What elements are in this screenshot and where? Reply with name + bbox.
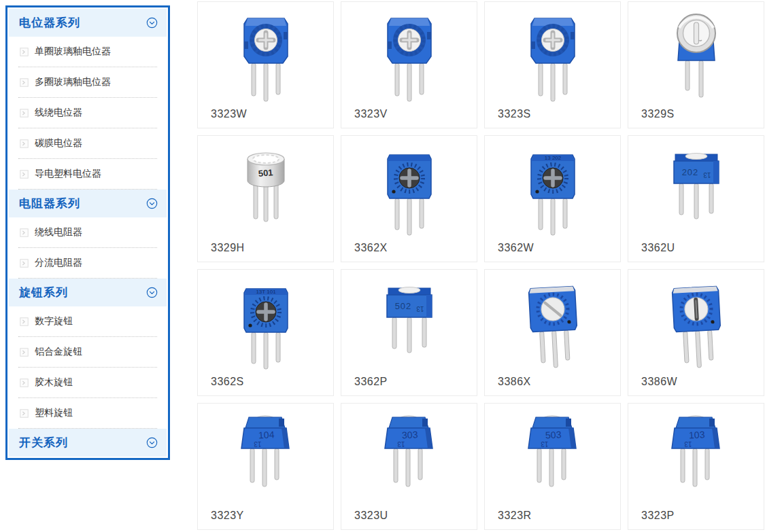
category-sidebar: 电位器系列单圈玻璃釉电位器多圈玻璃釉电位器线绕电位器碳膜电位器导电塑料电位器电阻… [5,5,170,460]
pin-leg [679,183,683,215]
product-image [485,5,620,107]
product-marking: 502 [394,301,411,311]
pin-leg [562,448,566,480]
pin-leg [422,317,426,347]
product-image-3386X [509,272,597,374]
product-card[interactable]: 103133323P [628,403,764,530]
doc-icon [20,259,29,268]
pin-leg [264,185,268,221]
sidebar-item[interactable]: 分流电阻器 [18,248,157,279]
sidebar-item[interactable]: 数字旋钮 [18,306,157,337]
pin-leg [705,448,709,480]
product-image: 20213 [628,139,764,241]
product-model-label: 3323S [498,108,531,120]
product-card[interactable]: 3362X [341,135,477,262]
product-model-label: 3323Y [211,510,244,522]
doc-icon [20,228,29,237]
product-model-label: 3362S [211,376,244,388]
product-image-3362S: 13T 101 [222,272,310,374]
pin-leg [699,60,703,97]
sidebar-item-label: 单圈玻璃釉电位器 [35,46,111,58]
sidebar-item-label: 塑料旋钮 [35,407,73,419]
pin-leg [252,63,256,96]
product-marking: 202 [681,167,698,177]
sidebar-item[interactable]: 线绕电位器 [18,98,157,128]
product-model-label: 3362X [354,242,388,254]
product-image-3323S [509,5,597,107]
product-model-label: 3323U [354,510,388,522]
product-marking: 503 [545,429,561,440]
product-card[interactable]: 503133323R [484,403,621,530]
product-card[interactable]: 3386W [628,269,764,396]
pin-leg [539,198,543,230]
product-image: 30313 [341,406,477,508]
doc-icon [20,139,29,148]
product-marking-secondary: 13 [416,305,424,313]
sidebar-section-header[interactable]: 开关系列 [9,429,167,457]
doc-icon [20,78,29,87]
product-image: 10413 [198,406,333,508]
pin-leg [694,183,698,219]
product-image-3323R: 50313 [509,406,597,508]
sidebar-item[interactable]: 胶木旋钮 [18,368,157,398]
sidebar-item[interactable]: 铝合金旋钮 [18,337,157,368]
product-card[interactable]: 202133362U [628,135,764,262]
product-card[interactable]: 3323W [197,1,334,128]
product-card[interactable]: 13 2023362W [484,135,621,262]
product-image-3329H: 501 [222,139,310,241]
pin-leg [551,331,558,368]
sidebar-section-title: 旋钮系列 [19,285,68,300]
sidebar-section-header[interactable]: 旋钮系列 [9,279,167,306]
product-model-label: 3323V [354,108,388,120]
product-card[interactable]: 13T 1013362S [197,269,334,396]
pin-leg [264,63,268,101]
product-image-3323W [222,5,310,107]
product-marking-secondary: 13 [397,440,405,448]
pin-leg [274,183,278,219]
product-image-3362U: 20213 [652,139,741,241]
product-marking: 103 [688,429,704,440]
chevron-down-circle-icon [146,198,158,209]
product-card[interactable]: 502133362P [341,269,477,396]
pin-leg [420,63,424,94]
product-marking-secondary: 13 [254,440,262,448]
product-card[interactable]: 3386X [484,269,621,396]
product-grid: 3323W3323V3323S3329S5013329H3362X13 2023… [197,1,764,530]
product-card[interactable]: 3323S [484,1,621,128]
product-image-3362P: 50213 [365,272,454,374]
doc-icon [20,409,29,418]
pin-leg [564,330,569,360]
pin-leg [539,332,545,363]
pin-leg [681,448,685,482]
sidebar-item[interactable]: 碳膜电位器 [18,128,157,159]
sidebar-section-header[interactable]: 电阻器系列 [9,190,167,217]
product-image [198,5,333,107]
pin-leg [275,448,279,480]
sidebar-section-header[interactable]: 电位器系列 [9,9,167,37]
sidebar-item[interactable]: 导电塑料电位器 [18,159,157,190]
sidebar-item[interactable]: 单圈玻璃釉电位器 [18,37,157,67]
pin-leg [563,198,567,228]
sidebar-item[interactable]: 塑料旋钮 [18,398,157,429]
sidebar-item-label: 绕线电阻器 [35,226,82,238]
pin-leg [276,63,280,94]
product-card[interactable]: 5013329H [197,135,334,262]
pin-leg [392,317,396,349]
product-card[interactable]: 303133323U [341,403,477,530]
pin-leg [252,332,256,363]
sidebar-item[interactable]: 绕线电阻器 [18,217,157,248]
product-model-label: 3323R [498,510,532,522]
product-image-3362X [365,139,454,241]
product-card[interactable]: 3323V [341,1,477,128]
pin-leg [420,198,424,228]
product-card[interactable]: 3329S [628,1,764,128]
sidebar-item[interactable]: 多圈玻璃釉电位器 [18,67,157,98]
sidebar-item-label: 胶木旋钮 [35,376,73,389]
sidebar-item-label: 分流电阻器 [35,257,82,269]
product-marking: 13T 101 [256,289,276,295]
doc-icon [20,170,29,179]
product-model-label: 3323P [641,510,675,522]
sidebar-item-label: 铝合金旋钮 [35,346,82,358]
product-card[interactable]: 104133323Y [197,403,334,530]
pin-leg [693,448,697,486]
